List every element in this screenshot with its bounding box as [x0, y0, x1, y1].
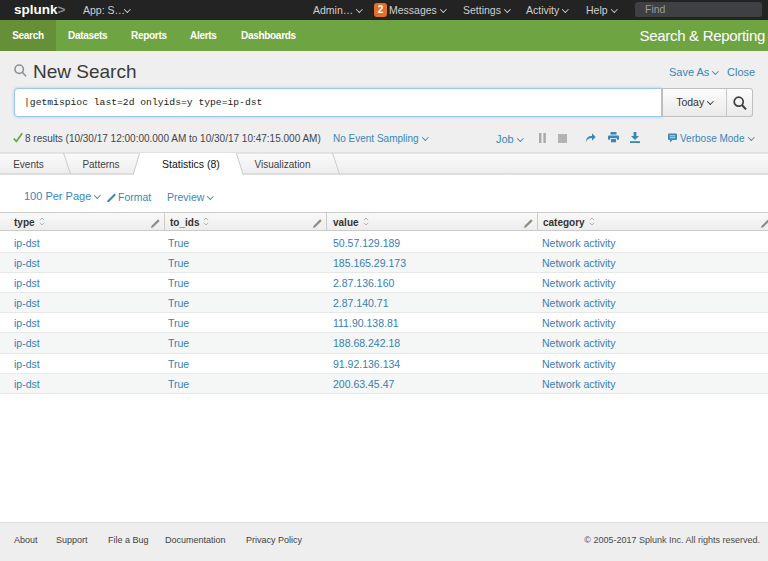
svg-text:Statistics (8): Statistics (8)	[162, 158, 220, 170]
svg-text:Events: Events	[13, 159, 44, 170]
svg-text:Patterns: Patterns	[82, 159, 119, 170]
svg-text:Visualization: Visualization	[255, 159, 311, 170]
